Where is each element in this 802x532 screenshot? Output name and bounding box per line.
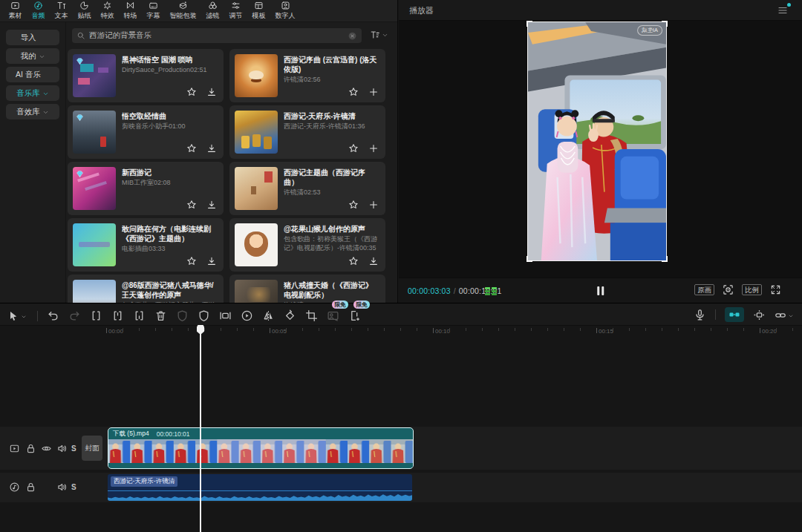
music-list-item[interactable]: 敢问路在何方（电影连续剧《西游记》主题曲） 电影插曲03:33 <box>68 218 224 272</box>
split-right-button[interactable] <box>133 309 146 322</box>
sidebar-item[interactable]: 音效库 <box>6 104 59 119</box>
playhead-handle[interactable] <box>197 325 204 335</box>
fit-preview-icon[interactable] <box>723 284 734 295</box>
undo-button[interactable] <box>47 309 59 322</box>
video-clip[interactable]: 下载 (5).mp4 00:00:10:01 <box>108 427 414 469</box>
music-thumbnail <box>235 167 278 210</box>
timeline-ruler[interactable]: 00:0000:0500:1000:1500:20 <box>0 326 802 342</box>
music-list-item[interactable]: 西游记序曲 (云宫迅音) (洛天依版) 许镜清02:56 <box>229 49 385 102</box>
aspect-ratio-button[interactable]: 比例 <box>742 284 762 295</box>
favorite-star-icon[interactable] <box>348 200 359 210</box>
split-left-button[interactable] <box>111 309 124 322</box>
audio-clip[interactable]: 西游记-天府乐-许镜清 <box>108 474 412 501</box>
favorite-star-icon[interactable] <box>186 256 197 266</box>
top-tab[interactable]: 文本 <box>50 1 73 21</box>
speaker-icon[interactable] <box>56 443 68 454</box>
redo-button[interactable] <box>68 309 81 322</box>
sidebar-item[interactable]: 我的 <box>6 48 59 64</box>
music-list-item[interactable]: 黑神话悟空 国潮 唢呐 DirtySauce_Production02:51 <box>68 49 224 102</box>
record-audio-button[interactable] <box>694 309 706 321</box>
shield-button[interactable] <box>198 309 210 322</box>
action-icon[interactable] <box>206 87 217 97</box>
sidebar-item[interactable]: 音乐库 <box>6 85 59 101</box>
top-tab[interactable]: 特效 <box>96 1 119 21</box>
lock-icon[interactable] <box>25 443 36 454</box>
music-list-item[interactable]: 西游记-天府乐-许镜清 西游记-天府乐-许镜清01:36 <box>229 105 385 159</box>
favorite-star-icon[interactable] <box>186 87 197 97</box>
music-list-item[interactable]: @花果山猴儿创作的原声 包含歌曲：初称美猴王（《西游记》电视剧配乐）-许镜清00… <box>229 218 385 272</box>
search-input[interactable] <box>72 28 362 43</box>
music-list-item[interactable]: 悟空取经情曲 剪映音乐小助手01:00 <box>68 105 224 159</box>
main-track-magnet-button[interactable] <box>725 307 744 322</box>
ruler-tick <box>253 328 254 331</box>
top-tab[interactable]: 数字人 <box>270 1 300 21</box>
top-tab[interactable]: 调节 <box>224 1 247 21</box>
split-button[interactable] <box>90 309 102 322</box>
favorite-star-icon[interactable] <box>186 200 197 210</box>
favorite-star-icon[interactable] <box>348 256 359 266</box>
pause-button[interactable] <box>597 286 604 295</box>
shield-button-disabled[interactable] <box>176 309 189 322</box>
speaker-icon[interactable] <box>56 482 68 493</box>
resize-handle[interactable] <box>662 256 668 262</box>
music-duration: 03:33 <box>149 245 166 252</box>
action-icon[interactable] <box>206 200 217 210</box>
resize-handle[interactable] <box>662 21 668 27</box>
player-right-controls: 原画 比例 <box>694 284 781 295</box>
cover-button[interactable]: 封面 <box>82 436 102 461</box>
rotate-button[interactable] <box>284 309 296 322</box>
resize-handle[interactable] <box>526 256 532 262</box>
music-list-item[interactable]: 猪八戒撞天婚（《西游记》电视剧配乐） 许镜清01:27 <box>229 275 385 303</box>
top-tab[interactable]: 滤镜 <box>201 1 224 21</box>
top-tab[interactable]: 字幕 <box>142 1 165 21</box>
fullscreen-icon[interactable] <box>770 284 781 295</box>
top-tab[interactable]: 音频 <box>27 1 50 21</box>
favorite-star-icon[interactable] <box>348 143 359 154</box>
resize-handle[interactable] <box>526 21 532 27</box>
ruler-tick <box>580 328 581 331</box>
music-list-item[interactable]: 新西游记 MIB工作室02:08 <box>68 162 224 215</box>
clear-search-icon[interactable] <box>348 31 357 41</box>
sidebar-item[interactable]: AI 音乐 <box>6 67 59 82</box>
solo-track-button[interactable]: S <box>71 444 76 453</box>
auto-snap-button[interactable] <box>753 309 766 321</box>
top-tab[interactable]: 贴纸 <box>73 1 96 21</box>
search-query-field[interactable] <box>89 31 344 40</box>
action-icon[interactable] <box>368 87 379 97</box>
lock-icon[interactable] <box>25 482 36 493</box>
top-tabbar: 素材 音频 文本 贴纸 特效 <box>0 0 397 22</box>
original-quality-button[interactable]: 原画 <box>694 284 714 295</box>
video-preview[interactable]: AI生成 <box>527 22 667 261</box>
smart-matting-button[interactable]: 限免 <box>327 309 339 322</box>
action-icon[interactable] <box>368 143 379 154</box>
favorite-star-icon[interactable] <box>348 87 359 97</box>
crop-button[interactable] <box>305 309 318 322</box>
solo-track-button[interactable]: S <box>71 483 76 491</box>
playhead-line[interactable] <box>200 326 201 532</box>
mirror-button[interactable] <box>262 309 275 322</box>
freeze-frame-button[interactable] <box>241 309 253 322</box>
linkage-button[interactable] <box>775 309 795 321</box>
action-icon[interactable] <box>368 200 379 210</box>
action-icon[interactable] <box>206 256 217 266</box>
select-tool-button[interactable] <box>7 309 28 322</box>
frame-insert-button[interactable]: 限免 <box>348 309 361 322</box>
music-list-item[interactable]: 西游记主题曲（西游记序曲） 许镜清02:53 <box>229 162 385 215</box>
top-tab[interactable]: 转场 <box>119 1 142 21</box>
ruler-tick <box>727 328 728 331</box>
ruler-tick <box>106 328 107 333</box>
action-icon[interactable] <box>368 256 379 266</box>
music-list-item[interactable]: @86版西游记猪八戒马德华/王天蓬创作的原声 包含歌曲：西游记主题曲（西游记 <box>68 275 224 303</box>
menu-icon[interactable] <box>777 4 789 16</box>
overlay-button[interactable] <box>219 309 232 322</box>
sidebar-item[interactable]: 导入 <box>6 30 59 45</box>
top-tab[interactable]: 模板 <box>247 1 270 21</box>
eye-icon[interactable] <box>41 443 52 454</box>
action-icon[interactable] <box>206 143 217 154</box>
delete-button[interactable] <box>154 309 167 322</box>
top-tab[interactable]: 素材 <box>4 1 27 21</box>
filter-sort-button[interactable] <box>370 30 388 40</box>
top-tab[interactable]: 智能包装 <box>165 1 201 21</box>
favorite-star-icon[interactable] <box>186 143 197 154</box>
music-thumbnail <box>73 167 116 210</box>
